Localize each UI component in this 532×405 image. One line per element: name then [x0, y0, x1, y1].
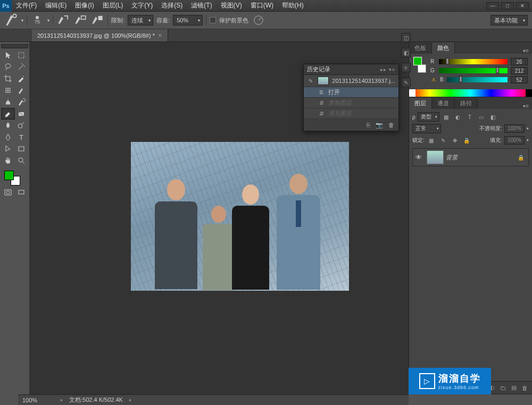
- minimize-button[interactable]: —: [486, 2, 499, 10]
- filter-smart-icon[interactable]: ◧: [488, 113, 498, 121]
- pen-tool[interactable]: [1, 131, 15, 143]
- zoom-tool[interactable]: [15, 155, 29, 166]
- tolerance-select[interactable]: 50%: [173, 15, 203, 26]
- sampling-swatch-icon[interactable]: [90, 13, 104, 27]
- panel-menu-icon[interactable]: ▾≡: [520, 103, 532, 109]
- foreground-color[interactable]: [4, 171, 14, 180]
- menu-window[interactable]: 窗口(W): [246, 0, 278, 12]
- new-document-from-state-icon[interactable]: ⎘: [367, 122, 370, 128]
- close-icon[interactable]: ✕: [158, 33, 162, 38]
- limit-select[interactable]: 连续: [128, 15, 153, 26]
- eraser-tool[interactable]: [1, 108, 15, 120]
- tab-swatches[interactable]: 色板: [409, 43, 432, 54]
- zoom-level[interactable]: 100%: [22, 397, 54, 403]
- kind-filter-icon[interactable]: ρ: [412, 114, 415, 120]
- tab-color[interactable]: 颜色: [432, 43, 455, 54]
- document-tab[interactable]: 20131125140313937.jpg @ 100%(RGB/8#) * ✕: [32, 29, 168, 41]
- fill-value[interactable]: 100%: [504, 136, 525, 145]
- tab-layers[interactable]: 图层: [409, 98, 432, 109]
- gradient-tool[interactable]: [15, 108, 29, 120]
- menu-view[interactable]: 视图(V): [217, 0, 246, 12]
- hand-tool[interactable]: [1, 155, 15, 166]
- marquee-tool[interactable]: [15, 49, 29, 61]
- close-button[interactable]: ✕: [516, 2, 529, 10]
- sampling-once-icon[interactable]: [73, 13, 87, 27]
- new-layer-icon[interactable]: ▤: [511, 384, 517, 391]
- chevron-down-icon[interactable]: ▾: [21, 18, 23, 23]
- pressure-icon[interactable]: [252, 13, 265, 27]
- menu-edit[interactable]: 编辑(E): [41, 0, 71, 12]
- history-panel-header[interactable]: 历史记录 ▸▸ ▾≡: [304, 64, 398, 75]
- history-source-row[interactable]: ✎ 20131125140313937.j...: [304, 75, 398, 87]
- history-item[interactable]: 🗎 复制图层: [304, 98, 398, 108]
- menu-layer[interactable]: 图层(L): [98, 0, 128, 12]
- protect-fg-checkbox[interactable]: [210, 17, 216, 23]
- history-brush-source-icon[interactable]: ✎: [307, 78, 314, 84]
- lock-position-icon[interactable]: ✥: [450, 136, 460, 145]
- mini-panel-icon[interactable]: ◧: [401, 48, 411, 57]
- mini-panel-icon[interactable]: ◫: [401, 33, 411, 43]
- layer-name[interactable]: 背景: [446, 154, 458, 162]
- blend-mode-select[interactable]: 正常: [412, 124, 441, 133]
- gamut-warning-icon[interactable]: ⚠: [430, 77, 437, 83]
- visibility-icon[interactable]: 👁: [413, 154, 425, 161]
- opacity-value[interactable]: 100%: [504, 124, 525, 133]
- lock-all-icon[interactable]: 🔒: [462, 136, 471, 145]
- lasso-tool[interactable]: [1, 61, 15, 73]
- tab-channels[interactable]: 通道: [432, 98, 455, 109]
- maximize-button[interactable]: □: [501, 2, 514, 10]
- menu-type[interactable]: 文字(Y): [127, 0, 157, 12]
- shape-tool[interactable]: [15, 143, 29, 155]
- lock-pixels-icon[interactable]: ✎: [438, 136, 448, 145]
- mini-panel-icon[interactable]: ✎: [401, 78, 411, 87]
- g-value[interactable]: 212: [511, 67, 528, 74]
- magic-wand-tool[interactable]: [15, 61, 29, 73]
- brush-tool[interactable]: [15, 85, 29, 96]
- menu-help[interactable]: 帮助(H): [278, 0, 308, 12]
- history-item[interactable]: 🗎 填充图层: [304, 108, 398, 119]
- collapse-icon[interactable]: ▸▸ ▾≡: [380, 67, 395, 72]
- mini-panel-icon[interactable]: ≡: [401, 63, 411, 72]
- lock-icon[interactable]: 🔒: [518, 155, 524, 161]
- blur-tool[interactable]: [1, 120, 15, 131]
- group-icon[interactable]: 🗀: [500, 385, 506, 391]
- kind-filter-select[interactable]: 类型: [418, 112, 439, 122]
- history-item[interactable]: 🗎 打开: [304, 87, 398, 98]
- history-brush-tool[interactable]: [15, 96, 29, 108]
- crop-tool[interactable]: [1, 73, 15, 85]
- g-slider[interactable]: [439, 68, 508, 73]
- toolbox-grip[interactable]: [1, 44, 28, 48]
- screen-mode-toggle[interactable]: [15, 187, 29, 198]
- lock-transparency-icon[interactable]: ▦: [427, 136, 436, 145]
- layer-item-background[interactable]: 👁 背景 🔒: [412, 148, 529, 166]
- r-slider[interactable]: [439, 59, 508, 64]
- color-ramp[interactable]: [409, 89, 532, 97]
- clone-stamp-tool[interactable]: [1, 96, 15, 108]
- document-canvas[interactable]: [131, 142, 349, 291]
- healing-brush-tool[interactable]: [1, 85, 15, 96]
- quick-mask-toggle[interactable]: [1, 187, 15, 198]
- current-tool-icon[interactable]: [4, 13, 18, 27]
- workspace-switcher[interactable]: 基本功能: [491, 15, 528, 26]
- b-value[interactable]: 52: [511, 76, 528, 83]
- bg-swatch[interactable]: [418, 64, 426, 73]
- arrow-icon[interactable]: ▸: [61, 398, 63, 402]
- doc-info[interactable]: 文档:502.4 K/502.4K: [69, 396, 123, 404]
- menu-filter[interactable]: 滤镜(T): [187, 0, 216, 12]
- delete-layer-icon[interactable]: 🗑: [522, 385, 528, 391]
- type-tool[interactable]: T: [15, 131, 29, 143]
- filter-pixel-icon[interactable]: ▦: [442, 113, 451, 121]
- r-value[interactable]: 26: [511, 58, 528, 65]
- menu-file[interactable]: 文件(F): [12, 0, 41, 12]
- filter-shape-icon[interactable]: ▭: [477, 113, 486, 121]
- sampling-continuous-icon[interactable]: [56, 13, 70, 27]
- b-slider[interactable]: [447, 77, 508, 82]
- menu-select[interactable]: 选择(S): [157, 0, 187, 12]
- delete-state-icon[interactable]: 🗑: [388, 122, 394, 128]
- chevron-down-icon[interactable]: ▾: [47, 18, 49, 23]
- menu-image[interactable]: 图像(I): [71, 0, 98, 12]
- filter-adjust-icon[interactable]: ◐: [453, 113, 463, 121]
- arrow-icon[interactable]: ▸: [129, 398, 131, 402]
- color-swatch-pair[interactable]: [413, 57, 426, 73]
- path-selection-tool[interactable]: [1, 143, 15, 155]
